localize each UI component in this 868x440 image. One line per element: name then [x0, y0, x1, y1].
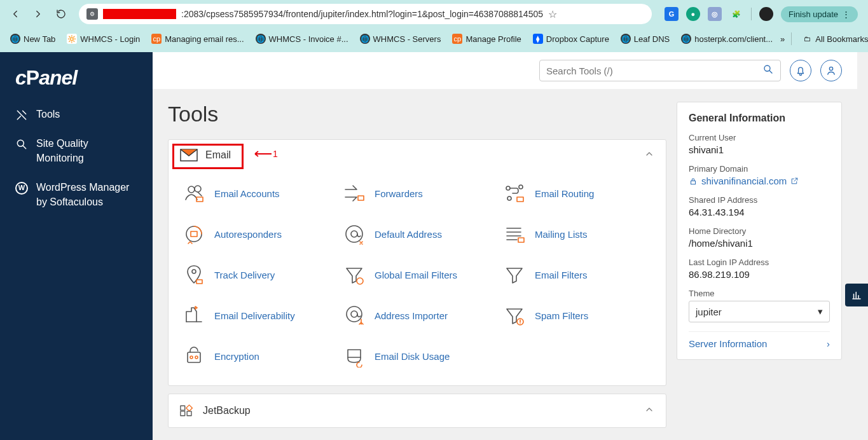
page-body: Tools Email 1 — [153, 89, 857, 440]
disk-usage-icon — [343, 345, 366, 368]
autoresponders-icon — [183, 223, 205, 245]
bookmark-item[interactable]: 🌐WHMCS - Servers — [356, 32, 445, 46]
tool-global-email-filters[interactable]: Global Email Filters — [340, 257, 494, 292]
default-address-icon — [343, 223, 366, 245]
page-title: Tools — [168, 102, 666, 127]
all-bookmarks-button[interactable]: 🗀All Bookmarks — [798, 32, 868, 46]
group-title: JetBackup — [203, 405, 251, 416]
search-icon[interactable] — [762, 64, 774, 78]
tool-grid: Email Accounts Forwarders Email Routing — [180, 175, 654, 374]
back-button[interactable] — [6, 5, 24, 23]
bookmark-item[interactable]: 🌐Leaf DNS — [617, 32, 673, 46]
extensions-puzzle-icon[interactable]: 🧩 — [729, 7, 743, 21]
svg-point-8 — [506, 186, 510, 190]
logo: cPanel — [0, 52, 153, 100]
info-primary-domain: Primary Domain shivanifinancial.com — [689, 164, 830, 186]
svg-rect-7 — [358, 196, 364, 200]
info-value: 64.31.43.194 — [689, 207, 830, 217]
account-button[interactable] — [820, 60, 842, 81]
bookmarks-overflow-icon[interactable]: » — [780, 34, 785, 44]
info-value: 86.98.219.109 — [689, 269, 830, 280]
bookmark-item[interactable]: cpManaging email res... — [148, 32, 247, 46]
svg-rect-23 — [188, 352, 200, 362]
chevron-up-icon[interactable] — [644, 404, 654, 417]
tool-label: Global Email Filters — [375, 270, 457, 280]
email-icon — [180, 149, 198, 162]
tool-label: Email Routing — [535, 188, 594, 199]
email-accounts-icon — [183, 182, 205, 205]
url-bar[interactable]: ⚙ :2083/cpsess7585957934/frontend/jupite… — [79, 4, 652, 24]
theme-select[interactable]: jupiter ▾ — [689, 301, 830, 322]
track-delivery-icon — [183, 263, 205, 286]
profile-avatar[interactable] — [759, 7, 773, 21]
svg-point-10 — [507, 196, 511, 200]
bookmark-star-icon[interactable]: ☆ — [548, 8, 557, 20]
search-input[interactable] — [546, 65, 762, 76]
chevron-down-icon: ▾ — [818, 306, 823, 317]
tool-label: Address Importer — [375, 310, 448, 321]
search-box[interactable] — [539, 60, 781, 81]
encryption-icon — [183, 345, 205, 368]
tool-email-filters[interactable]: Email Filters — [500, 257, 654, 292]
finish-update-button[interactable]: Finish update⋮ — [781, 6, 858, 22]
group-header-jetbackup[interactable]: JetBackup — [169, 394, 666, 427]
tool-email-deliverability[interactable]: Email Deliverability — [180, 298, 334, 333]
site-settings-icon[interactable]: ⚙ — [86, 8, 98, 20]
info-current-user: Current User shivani1 — [689, 133, 830, 155]
magnifier-icon — [15, 138, 28, 151]
svg-point-24 — [190, 356, 193, 359]
sidebar-item-wordpress[interactable]: W WordPress Manager by Softaculous — [0, 173, 153, 217]
svg-point-15 — [351, 231, 357, 237]
bookmark-item[interactable]: 🔆WHMCS - Login — [63, 32, 144, 46]
logo-text: cPanel — [15, 66, 77, 89]
bookmark-item[interactable]: 🌐New Tab — [6, 32, 59, 46]
ext-icon-3[interactable]: ◎ — [708, 7, 722, 21]
ext-icon-2[interactable]: ● — [686, 7, 700, 21]
notifications-button[interactable] — [790, 60, 811, 81]
jetbackup-icon — [180, 403, 195, 418]
tool-spam-filters[interactable]: Spam Filters — [500, 298, 654, 333]
stats-float-button[interactable] — [845, 284, 868, 306]
tool-mailing-lists[interactable]: Mailing Lists — [500, 216, 654, 252]
sidebar-item-site-quality[interactable]: Site Quality Monitoring — [0, 129, 153, 173]
tools-icon — [15, 109, 28, 121]
tool-autoresponders[interactable]: Autoresponders — [180, 216, 334, 252]
forward-button[interactable] — [29, 5, 47, 23]
server-information-link[interactable]: Server Information › — [689, 331, 830, 349]
tool-label: Spam Filters — [535, 310, 588, 321]
chevron-up-icon[interactable] — [644, 149, 654, 162]
tool-default-address[interactable]: Default Address — [340, 216, 494, 252]
svg-point-20 — [347, 306, 362, 322]
svg-point-21 — [351, 311, 357, 317]
extension-icons: G ● ◎ 🧩 Finish update⋮ — [661, 6, 862, 22]
tool-encryption[interactable]: Encryption — [180, 338, 334, 374]
svg-point-5 — [195, 186, 201, 192]
main[interactable]: Tools Email 1 — [153, 52, 868, 440]
tool-label: Forwarders — [375, 188, 423, 199]
url-text: :2083/cpsess7585957934/frontend/jupiter/… — [181, 9, 543, 19]
chevron-right-icon: › — [827, 338, 830, 349]
group-header-email[interactable]: Email 1 — [169, 140, 666, 170]
tool-email-routing[interactable]: Email Routing — [500, 175, 654, 211]
tool-email-accounts[interactable]: Email Accounts — [180, 175, 334, 211]
sidebar-item-tools[interactable]: Tools — [0, 100, 153, 129]
svg-rect-29 — [187, 411, 191, 416]
bookmark-item[interactable]: 🌐WHMCS - Invoice #... — [252, 32, 352, 46]
tool-label: Mailing Lists — [535, 229, 588, 240]
reload-button[interactable] — [52, 5, 70, 23]
bookmark-item[interactable]: cpManage Profile — [448, 32, 525, 46]
tool-address-importer[interactable]: Address Importer — [340, 298, 494, 333]
tool-email-disk-usage[interactable]: Email Disk Usage — [340, 338, 494, 374]
wordpress-icon: W — [15, 182, 28, 195]
tool-label: Autoresponders — [214, 229, 282, 240]
tool-track-delivery[interactable]: Track Delivery — [180, 257, 334, 292]
primary-domain-link[interactable]: shivanifinancial.com — [689, 175, 830, 186]
tool-forwarders[interactable]: Forwarders — [340, 175, 494, 211]
sidebar: cPanel Tools Site Quality Monitoring W W… — [0, 52, 153, 440]
svg-point-17 — [192, 270, 196, 273]
translate-icon[interactable]: G — [665, 7, 679, 21]
bookmark-item[interactable]: 🌐hosterpk.com/client... — [677, 32, 776, 46]
deliverability-icon — [183, 304, 205, 327]
svg-rect-30 — [691, 181, 696, 184]
bookmark-item[interactable]: ⧫Dropbox Capture — [529, 32, 613, 46]
